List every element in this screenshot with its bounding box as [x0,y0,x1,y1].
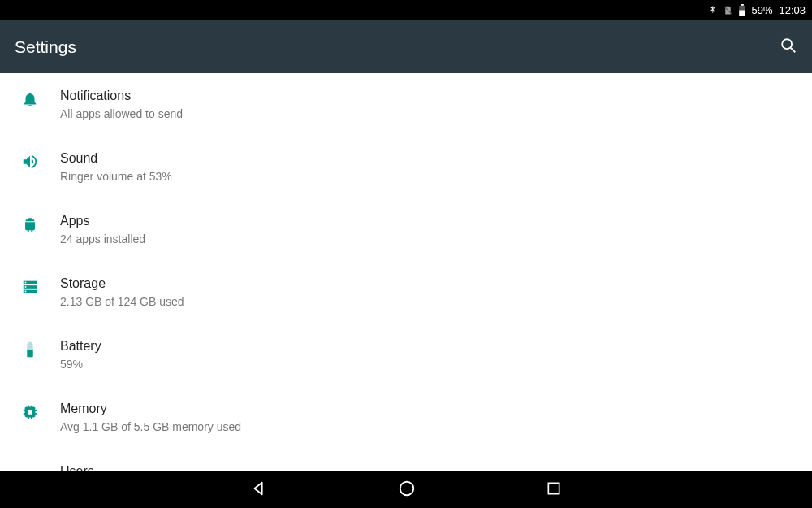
settings-item-notifications[interactable]: Notifications All apps allowed to send [0,73,812,136]
user-icon [21,471,39,471]
bell-icon [21,90,39,111]
home-button[interactable] [398,480,416,501]
item-title: Storage [60,275,812,293]
search-icon [780,43,797,57]
no-sim-icon [723,4,733,16]
bluetooth-icon [707,4,718,16]
storage-icon [21,278,39,299]
settings-item-battery[interactable]: Battery 59% [0,323,812,386]
battery-icon [738,4,746,16]
settings-item-sound[interactable]: Sound Ringer volume at 53% [0,136,812,198]
back-icon [250,486,268,500]
recents-button[interactable] [546,480,562,500]
svg-point-12 [400,481,414,495]
svg-point-8 [25,282,27,284]
item-title: Apps [60,212,812,230]
battery-level-icon [21,341,39,362]
svg-line-4 [791,47,796,52]
home-icon [398,486,416,500]
memory-icon [21,403,39,424]
item-subtitle: 24 apps installed [60,231,812,247]
item-title: Notifications [60,87,812,105]
svg-point-10 [25,291,27,293]
item-subtitle: 2.13 GB of 124 GB used [60,293,812,310]
android-icon [21,215,39,237]
svg-point-3 [782,39,792,49]
item-subtitle: Ringer volume at 53% [60,168,812,185]
settings-item-apps[interactable]: Apps 24 apps installed [0,198,812,261]
svg-rect-2 [740,11,746,17]
item-title: Sound [60,150,812,167]
recents-icon [546,485,562,499]
settings-item-storage[interactable]: Storage 2.13 GB of 124 GB used [0,261,812,323]
svg-point-9 [25,286,27,288]
item-title: Battery [60,337,812,355]
item-subtitle: All apps allowed to send [60,106,812,122]
battery-percent-text: 59% [751,4,772,16]
item-title: Users [60,462,812,471]
item-title: Memory [60,400,812,418]
navigation-bar [0,471,812,508]
item-subtitle: Avg 1.1 GB of 5.5 GB memory used [60,419,812,435]
back-button[interactable] [250,480,268,501]
settings-item-users[interactable]: Users [0,449,812,471]
svg-rect-0 [741,4,745,6]
clock-text: 12:03 [779,4,806,16]
page-title: Settings [15,37,76,57]
app-bar: Settings [0,20,812,73]
item-subtitle: 59% [60,356,812,372]
search-button[interactable] [780,37,797,58]
settings-list[interactable]: Notifications All apps allowed to send S… [0,73,812,471]
sound-icon [21,153,39,174]
svg-rect-13 [548,483,559,493]
status-bar: 59% 12:03 [0,0,812,20]
settings-item-memory[interactable]: Memory Avg 1.1 GB of 5.5 GB memory used [0,386,812,449]
